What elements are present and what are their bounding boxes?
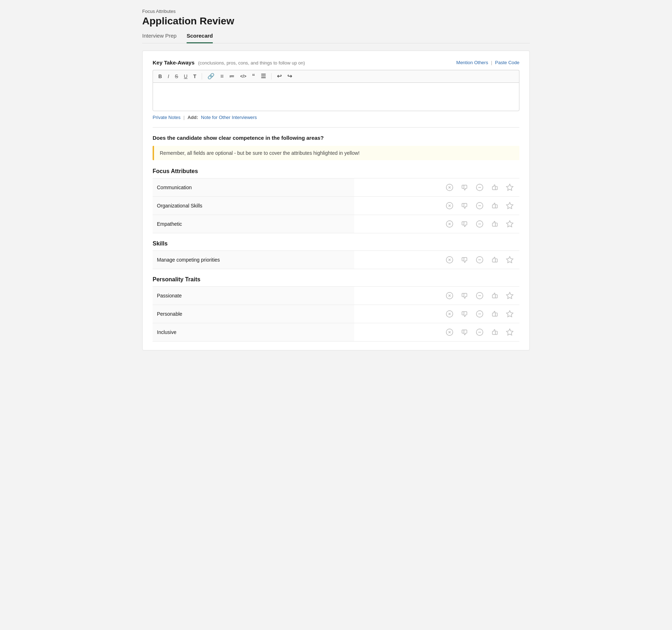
- attr-inclusive-label: Inclusive: [153, 323, 354, 342]
- svg-marker-41: [507, 329, 513, 335]
- rating-thumbsdown-icon[interactable]: [459, 290, 470, 301]
- focus-attributes-section-title: Focus Attributes: [153, 168, 519, 175]
- action-links: Mention Others | Paste Code: [456, 60, 519, 65]
- reminder-box: Remember, all fields are optional - but …: [153, 146, 519, 160]
- section-divider-1: [153, 127, 519, 128]
- toolbar-strikethrough[interactable]: S: [173, 73, 180, 80]
- rating-neutral-icon[interactable]: [474, 219, 485, 229]
- rating-thumbsup-icon[interactable]: [489, 327, 500, 338]
- paste-code-link[interactable]: Paste Code: [495, 60, 519, 65]
- attr-personable-label: Personable: [153, 305, 354, 323]
- toolbar-align[interactable]: ☰: [259, 72, 268, 80]
- table-row: Manage competing priorities: [153, 251, 519, 269]
- tab-interview-prep[interactable]: Interview Prep: [142, 33, 177, 43]
- toolbar-bullet[interactable]: ≡: [219, 72, 225, 80]
- attr-manage-priorities-label: Manage competing priorities: [153, 251, 354, 269]
- private-notes-link[interactable]: Private Notes: [153, 115, 181, 120]
- attr-org-skills-label: Organizational Skills: [153, 197, 354, 215]
- rating-star-icon[interactable]: [504, 200, 515, 211]
- personality-traits-section-title: Personality Traits: [153, 276, 519, 283]
- attr-communication-label: Communication: [153, 178, 354, 197]
- rating-thumbsup-icon[interactable]: [489, 290, 500, 301]
- rating-thumbsup-icon[interactable]: [489, 182, 500, 193]
- notes-row: Private Notes | Add: Note for Other Inte…: [153, 115, 519, 120]
- rating-neutral-icon[interactable]: [474, 254, 485, 265]
- rating-thumbsdown-icon[interactable]: [459, 327, 470, 338]
- notes-add-label: Add:: [187, 115, 198, 120]
- attr-org-skills-rating: [354, 197, 519, 215]
- rating-thumbsup-icon[interactable]: [489, 219, 500, 229]
- personality-traits-table: Passionate: [153, 286, 519, 342]
- rating-thumbsup-icon[interactable]: [489, 309, 500, 319]
- rating-star-icon[interactable]: [504, 290, 515, 301]
- svg-marker-29: [507, 292, 513, 299]
- attr-passionate-rating: [354, 287, 519, 305]
- toolbar-link[interactable]: 🔗: [206, 72, 216, 80]
- rating-x-icon[interactable]: [444, 219, 455, 229]
- attr-passionate-label: Passionate: [153, 287, 354, 305]
- key-takeaways-title-group: Key Take-Aways (conclusions, pros, cons,…: [153, 59, 305, 66]
- rating-thumbsdown-icon[interactable]: [459, 182, 470, 193]
- rating-x-icon[interactable]: [444, 309, 455, 319]
- rating-x-icon[interactable]: [444, 327, 455, 338]
- toolbar-blockquote[interactable]: “: [250, 72, 257, 80]
- svg-marker-11: [507, 202, 513, 209]
- table-row: Empathetic: [153, 215, 519, 233]
- rating-neutral-icon[interactable]: [474, 200, 485, 211]
- mention-others-link[interactable]: Mention Others: [456, 60, 488, 65]
- rating-thumbsup-icon[interactable]: [489, 200, 500, 211]
- rating-x-icon[interactable]: [444, 182, 455, 193]
- rating-thumbsdown-icon[interactable]: [459, 254, 470, 265]
- rating-neutral-icon[interactable]: [474, 309, 485, 319]
- rating-neutral-icon[interactable]: [474, 182, 485, 193]
- attr-empathetic-rating: [354, 215, 519, 233]
- table-row: Passionate: [153, 287, 519, 305]
- key-takeaways-editor[interactable]: [153, 82, 519, 111]
- rating-star-icon[interactable]: [504, 254, 515, 265]
- toolbar-textsize[interactable]: T: [191, 73, 198, 80]
- svg-marker-17: [507, 221, 513, 227]
- key-takeaways-label: Key Take-Aways: [153, 59, 195, 66]
- svg-marker-23: [507, 257, 513, 263]
- toolbar-ordered[interactable]: ≔: [227, 73, 236, 80]
- attr-empathetic-label: Empathetic: [153, 215, 354, 233]
- page-title: Application Review: [142, 15, 530, 27]
- table-row: Inclusive: [153, 323, 519, 342]
- key-takeaways-sublabel: (conclusions, pros, cons, and things to …: [198, 60, 305, 66]
- rating-neutral-icon[interactable]: [474, 327, 485, 338]
- table-row: Organizational Skills: [153, 197, 519, 215]
- tabs-nav: Interview Prep Scorecard: [142, 33, 530, 43]
- toolbar-code[interactable]: </>: [238, 73, 248, 80]
- attr-personable-rating: [354, 305, 519, 323]
- rating-star-icon[interactable]: [504, 219, 515, 229]
- toolbar-underline[interactable]: U: [182, 73, 189, 80]
- toolbar-sep-2: [271, 73, 272, 80]
- rating-x-icon[interactable]: [444, 254, 455, 265]
- rating-star-icon[interactable]: [504, 327, 515, 338]
- rating-x-icon[interactable]: [444, 290, 455, 301]
- toolbar-sep-1: [202, 73, 202, 80]
- key-takeaways-header: Key Take-Aways (conclusions, pros, cons,…: [153, 59, 519, 66]
- rating-thumbsdown-icon[interactable]: [459, 219, 470, 229]
- attr-communication-rating: [354, 178, 519, 197]
- table-row: Communication: [153, 178, 519, 197]
- svg-marker-5: [507, 184, 513, 190]
- table-row: Personable: [153, 305, 519, 323]
- toolbar-redo[interactable]: ↪: [285, 72, 294, 80]
- rating-thumbsdown-icon[interactable]: [459, 309, 470, 319]
- rating-thumbsup-icon[interactable]: [489, 254, 500, 265]
- rating-neutral-icon[interactable]: [474, 290, 485, 301]
- rating-x-icon[interactable]: [444, 200, 455, 211]
- rating-thumbsdown-icon[interactable]: [459, 200, 470, 211]
- toolbar-italic[interactable]: I: [166, 73, 171, 80]
- attr-manage-priorities-rating: [354, 251, 519, 269]
- note-for-others-link[interactable]: Note for Other Interviewers: [201, 115, 257, 120]
- tab-scorecard[interactable]: Scorecard: [187, 33, 213, 43]
- toolbar-bold[interactable]: B: [157, 73, 164, 80]
- toolbar-undo[interactable]: ↩: [275, 72, 283, 80]
- rating-star-icon[interactable]: [504, 309, 515, 319]
- svg-marker-35: [507, 311, 513, 317]
- rating-star-icon[interactable]: [504, 182, 515, 193]
- attr-inclusive-rating: [354, 323, 519, 342]
- action-divider: |: [491, 60, 492, 65]
